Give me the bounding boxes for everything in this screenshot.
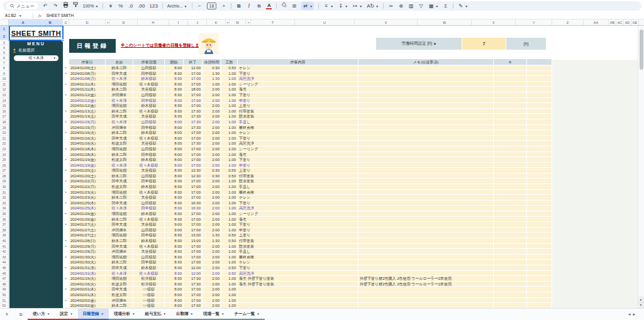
hidden-columns-indicator[interactable]: ◂▸ [106, 19, 110, 25]
strikethrough-button[interactable]: S [256, 2, 262, 10]
row-header-21[interactable]: 21 [0, 136, 8, 141]
row-header-3[interactable]: 3 [0, 40, 8, 45]
cell-blank[interactable] [527, 71, 552, 77]
cell-kosu[interactable]: 1.00 [221, 82, 238, 87]
cell-blank[interactable] [527, 98, 552, 104]
cell-name[interactable]: 岸田輝幸 [106, 125, 133, 131]
cell-kosu[interactable]: 1.00 [221, 146, 238, 152]
row-header-28[interactable]: 28 [0, 174, 8, 179]
cell-break[interactable]: 2:00 [203, 201, 221, 206]
cell-start[interactable]: 8:30 [165, 184, 184, 190]
cell-site[interactable]: 大谷様邸 [133, 141, 165, 146]
sheet-tab-menu-icon[interactable]: ▼ [257, 312, 259, 316]
cell-date[interactable]: 2024/01/19(金) [69, 157, 106, 163]
cell-kosu[interactable]: 1.00 [221, 103, 238, 109]
cell-date[interactable]: 2024/01/27(土) [69, 228, 106, 233]
cell-end[interactable]: 17:30 [184, 119, 203, 125]
cell-blank[interactable] [527, 282, 552, 287]
sheet-tab-menu-icon[interactable]: ▼ [70, 312, 72, 316]
cell-date[interactable]: 2024/02/01(木) [69, 292, 106, 298]
row-header-34[interactable]: 34 [0, 206, 8, 211]
cell-end[interactable]: 17:30 [184, 282, 203, 287]
row-group-marker[interactable]: ▸ [63, 298, 69, 304]
cell-memo[interactable] [358, 125, 494, 131]
cell-site[interactable]: 田中様邸 [133, 152, 165, 158]
cell-site[interactable]: 山田様邸 [133, 119, 165, 125]
cell-blank[interactable] [527, 103, 552, 109]
cell-flag[interactable] [494, 152, 527, 158]
cell-memo[interactable] [358, 217, 494, 223]
cell-content[interactable]: 高圧洗浄 [238, 76, 358, 82]
cell-start[interactable]: 8:30 [165, 82, 184, 87]
cell-start[interactable]: 8:30 [165, 114, 184, 119]
cell-start[interactable]: 8:30 [165, 238, 184, 244]
cell-break[interactable]: 2:00 [203, 287, 221, 292]
cell-kosu[interactable]: 1.00 [221, 260, 238, 265]
cell-name[interactable]: 鈴木二郎 [106, 152, 133, 158]
cell-kosu[interactable]: 1.00 [221, 217, 238, 223]
cell-flag[interactable] [494, 65, 527, 71]
row-group-marker[interactable]: ▸ [63, 71, 69, 77]
cell-end[interactable]: 17:00 [184, 249, 203, 255]
cell-kosu[interactable]: 0.50 [221, 265, 238, 271]
row-header-30[interactable]: 30 [0, 184, 8, 190]
cell-start[interactable]: 8:30 [165, 233, 184, 238]
cell-content[interactable]: 手直し [238, 119, 358, 125]
cell-kosu[interactable]: 1.00 [221, 163, 238, 168]
vertical-scrollbar[interactable]: ▲ ▼ [638, 26, 644, 308]
cell-memo[interactable] [358, 98, 494, 104]
cell-date[interactable]: 2024/01/13(土) [69, 109, 106, 114]
cell-end[interactable]: 17:00 [184, 103, 203, 109]
name-select-dropdown[interactable]: 佐々木淳 ▼ [14, 55, 58, 61]
cell-site[interactable]: 大谷様邸 [133, 222, 165, 228]
cell-content[interactable]: 高圧洗浄 [238, 141, 358, 146]
cell-end[interactable]: 17:00 [184, 287, 203, 292]
cell-kosu[interactable]: 1.00 [221, 141, 238, 146]
cell-name[interactable]: 佐々木淳 [106, 206, 133, 211]
create-filter-icon[interactable]: ▽ [418, 2, 424, 10]
cell-memo[interactable] [358, 287, 494, 292]
row-header-39[interactable]: 39 [0, 233, 8, 238]
cell-flag[interactable] [494, 244, 527, 250]
cell-break[interactable]: 2:00 [203, 119, 221, 125]
cell-start[interactable]: 8:30 [165, 168, 184, 174]
cell-name[interactable]: 鈴木二郎 [106, 303, 133, 308]
cell-kosu[interactable]: 1.00 [221, 125, 238, 131]
cell-name[interactable]: 増田祐樹 [106, 233, 133, 238]
cell-date[interactable]: 2024/01/08(月) [69, 71, 106, 77]
row-header-20[interactable]: 20 [0, 130, 8, 136]
select-all-corner[interactable] [0, 19, 9, 25]
column-header-Z[interactable]: Z [552, 19, 584, 25]
cell-site[interactable]: 松井様邸 [133, 282, 165, 287]
column-header-AA[interactable]: AA [584, 19, 609, 25]
cell-blank[interactable] [527, 168, 552, 174]
cell-site[interactable]: 鈴木様邸 [133, 265, 165, 271]
row-header-25[interactable]: 25 [0, 157, 8, 163]
functions-button[interactable]: Σ [443, 2, 448, 10]
cell-blank[interactable] [527, 255, 552, 260]
cell-kosu[interactable]: 1.00 [221, 211, 238, 217]
cell-memo[interactable] [358, 103, 494, 109]
row-header-6[interactable]: 6 [0, 55, 8, 60]
cell-blank[interactable] [527, 222, 552, 228]
cell-flag[interactable] [494, 174, 527, 179]
cell-blank[interactable] [527, 238, 552, 244]
cell-site[interactable]: 鈴木様邸 [133, 238, 165, 244]
row-header-23[interactable]: 23 [0, 146, 8, 152]
cell-name[interactable]: 鈴木二郎 [106, 109, 133, 114]
column-header-B[interactable]: B [38, 19, 63, 25]
cell-content[interactable]: 養生 [238, 217, 358, 223]
increase-font-size-button[interactable]: + [221, 2, 226, 10]
cell-kosu[interactable]: 1.00 [221, 92, 238, 98]
row-header-9[interactable]: 9 [0, 71, 8, 77]
cell-name[interactable]: 田中大成 [106, 201, 133, 206]
cell-content[interactable]: 下塗り [238, 136, 358, 141]
cell-date[interactable]: 2024/01/16(火) [69, 130, 106, 136]
cell-flag[interactable] [494, 217, 527, 223]
cell-site[interactable]: 佐々木様邸 [133, 217, 165, 223]
cell-end[interactable]: 17:00 [184, 260, 203, 265]
cell-start[interactable]: 8:30 [165, 244, 184, 250]
cell-memo[interactable] [358, 244, 494, 250]
cell-memo[interactable]: 外壁下塗り材2缶購入 2缶使用 ウールローラー2本使用 [358, 276, 494, 282]
row-header-10[interactable]: 10 [0, 76, 8, 82]
